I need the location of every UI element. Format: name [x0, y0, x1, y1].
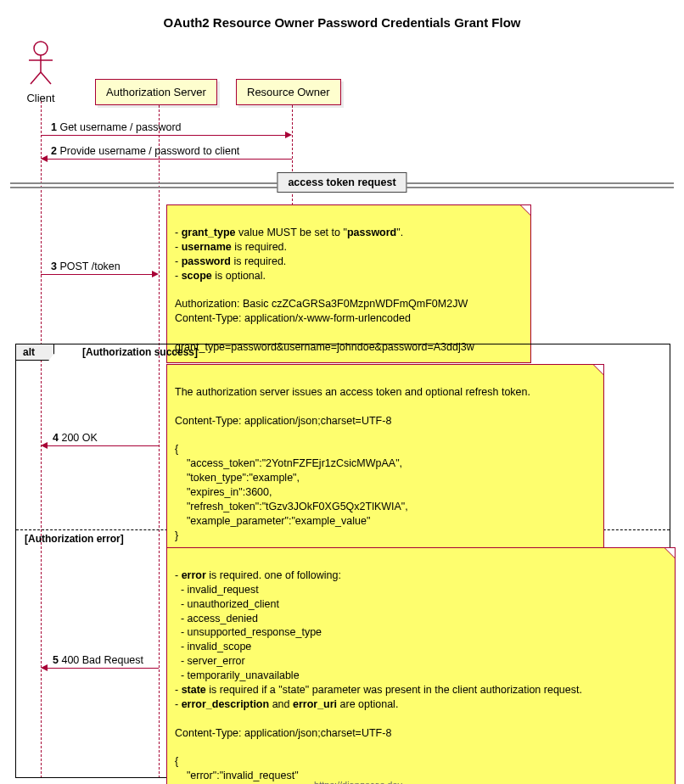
alt-label: alt — [16, 344, 54, 361]
arrow-icon — [41, 442, 48, 449]
svg-line-4 — [41, 72, 51, 84]
participant-authz: Authorization Server — [95, 79, 217, 105]
msg-4-label: 4 200 OK — [53, 432, 98, 444]
diagram-title: OAuth2 Resource Owner Password Credentia… — [10, 15, 674, 30]
arrow-icon — [41, 155, 48, 162]
participant-owner: Resource Owner — [236, 79, 341, 105]
actor-client: Client — [22, 40, 59, 104]
arrow-icon — [285, 132, 292, 138]
arrow-icon — [41, 664, 48, 671]
msg-4-arrow — [48, 445, 159, 446]
svg-line-3 — [31, 72, 41, 84]
note-200-ok: The authorization server issues an acces… — [166, 364, 604, 552]
note-post-token: - grant_type value MUST be set to "passw… — [166, 204, 531, 363]
note-400-error: - error is required. one of following: -… — [166, 547, 676, 784]
msg-1-arrow — [41, 135, 285, 136]
divider: access token request — [10, 182, 674, 191]
alt-guard-success: [Authorization success] — [82, 346, 198, 358]
sequence-diagram: Client Authorization Server Resource Own… — [10, 40, 674, 778]
msg-3-label: 3 POST /token — [51, 260, 121, 272]
footer-url: https://djangocas.dev — [314, 780, 402, 784]
actor-client-label: Client — [22, 92, 59, 104]
msg-5-label: 5 400 Bad Request — [53, 654, 143, 666]
svg-point-0 — [34, 42, 48, 55]
msg-5-arrow — [48, 668, 159, 669]
msg-3-arrow — [41, 274, 152, 275]
arrow-icon — [152, 271, 159, 277]
msg-1-label: 1 Get username / password — [51, 121, 182, 133]
alt-guard-error: [Authorization error] — [25, 533, 124, 545]
divider-label: access token request — [277, 172, 406, 193]
msg-2-label: 2 Provide username / password to client — [51, 145, 239, 157]
person-icon — [22, 40, 59, 87]
msg-2-arrow — [48, 159, 292, 160]
